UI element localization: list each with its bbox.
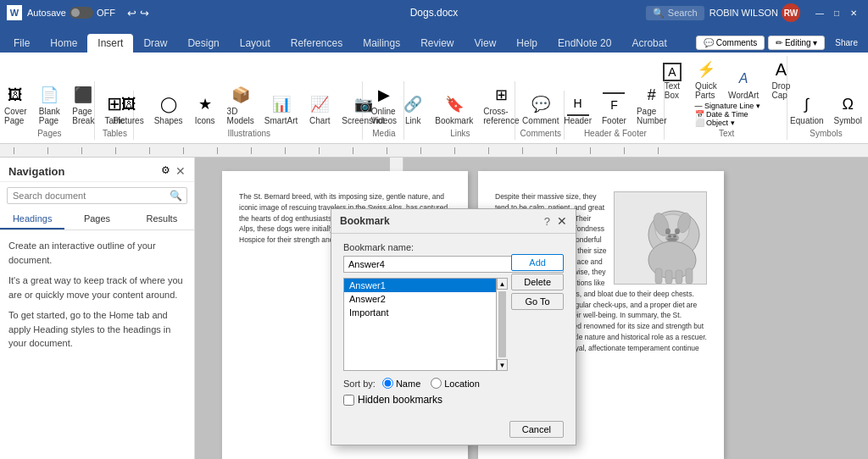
bookmark-list-item-answer1[interactable]: Answer1 (344, 279, 507, 292)
pictures-button[interactable]: 🖼 Pictures (110, 91, 147, 127)
bookmark-button[interactable]: 🔖 Bookmark (431, 91, 476, 127)
cancel-button[interactable]: Cancel (509, 421, 564, 438)
nav-tab-headings[interactable]: Headings (0, 209, 64, 230)
nav-header: Navigation ⚙ ✕ (0, 158, 194, 182)
header-icon: H (567, 92, 589, 116)
share-button[interactable]: Share (828, 36, 865, 49)
scrollbar-up-button[interactable]: ▲ (497, 278, 508, 290)
tab-design[interactable]: Design (177, 34, 229, 53)
drop-cap-icon: A (769, 58, 793, 81)
page-break-button[interactable]: ⬛ PageBreak (68, 81, 98, 127)
quick-parts-button[interactable]: ⚡ QuickParts (691, 56, 721, 102)
hidden-bookmarks-checkbox-label[interactable]: Hidden bookmarks (343, 394, 564, 406)
nav-close-button[interactable]: ✕ (175, 164, 186, 178)
scrollbar-thumb[interactable] (498, 291, 506, 357)
page-number-label: PageNumber (637, 107, 667, 125)
links-group-label: Links (450, 129, 470, 138)
tab-endnote[interactable]: EndNote 20 (548, 34, 621, 53)
illustrations-items: 🖼 Pictures ◯ Shapes ★ Icons 📦 3DModels 📊 (110, 81, 388, 127)
autosave-label: Autosave (27, 8, 66, 18)
tab-view[interactable]: View (465, 34, 507, 53)
object-button[interactable]: ⬜ Object ▾ (695, 119, 760, 127)
sort-name-radio[interactable]: Name (382, 378, 420, 389)
title-bar-right: 🔍 Search ROBIN WILSON RW — □ ✕ (646, 3, 861, 22)
cover-page-button[interactable]: 🖼 CoverPage (0, 81, 31, 127)
minimize-button[interactable]: — (812, 5, 827, 20)
tab-help[interactable]: Help (506, 34, 548, 53)
date-time-button[interactable]: 📅 Date & Time (695, 110, 760, 119)
ruler-marks (14, 147, 665, 154)
tab-mailings[interactable]: Mailings (353, 34, 410, 53)
search-bar[interactable]: 🔍 Search (646, 6, 704, 20)
header-button[interactable]: H Header (560, 91, 595, 127)
footer-button[interactable]: F Footer (598, 91, 630, 127)
undo-icon[interactable]: ↩ (127, 7, 136, 19)
3d-models-button[interactable]: 📦 3DModels (224, 81, 258, 127)
nav-tab-pages[interactable]: Pages (64, 209, 129, 230)
page-break-icon: ⬛ (71, 83, 95, 107)
tab-review[interactable]: Review (410, 34, 464, 53)
chart-button[interactable]: 📈 Chart (304, 91, 335, 127)
go-to-button[interactable]: Go To (511, 293, 564, 310)
tables-group-label: Tables (103, 129, 127, 138)
tab-acrobat[interactable]: Acrobat (621, 34, 676, 53)
nav-settings-icon[interactable]: ⚙ (161, 164, 170, 178)
cross-reference-button[interactable]: ⊞ Cross-reference (480, 81, 522, 127)
nav-tab-results[interactable]: Results (130, 209, 194, 230)
close-button[interactable]: ✕ (846, 5, 861, 20)
3d-models-label: 3DModels (227, 107, 254, 125)
comments-button[interactable]: 💬 Comments (696, 36, 765, 50)
dialog-close-button[interactable]: ✕ (557, 214, 567, 228)
delete-button[interactable]: Delete (511, 274, 564, 290)
text-group-label: Text (719, 129, 734, 138)
bookmark-list-item-important[interactable]: Important (344, 306, 507, 319)
symbol-button[interactable]: Ω Symbol (831, 91, 865, 127)
smartart-button[interactable]: 📊 SmartArt (261, 91, 301, 127)
tab-home[interactable]: Home (40, 34, 87, 53)
help-icon[interactable]: ? (544, 215, 550, 228)
pages-items: 🖼 CoverPage 📄 BlankPage ⬛ PageBreak (0, 81, 98, 127)
tab-references[interactable]: References (281, 34, 353, 53)
shapes-button[interactable]: ◯ Shapes (151, 91, 186, 127)
redo-icon[interactable]: ↪ (140, 7, 149, 19)
sort-location-radio[interactable]: Location (431, 378, 480, 389)
links-items: 🔗 Link 🔖 Bookmark ⊞ Cross-reference (398, 81, 522, 127)
comment-button[interactable]: 💬 Comment (519, 91, 562, 127)
ribbon-right-btns: 💬 Comments ✏ Editing ▾ Share (696, 36, 865, 53)
wordart-icon: A (732, 67, 755, 91)
tab-draw[interactable]: Draw (133, 34, 177, 53)
ribbon-group-illustrations: 🖼 Pictures ◯ Shapes ★ Icons 📦 3DModels 📊 (136, 81, 363, 140)
cross-reference-label: Cross-reference (483, 107, 519, 125)
shapes-icon: ◯ (157, 92, 181, 116)
user-info: ROBIN WILSON RW (709, 3, 800, 22)
sort-location-input[interactable] (431, 378, 442, 389)
editing-button[interactable]: ✏ Editing ▾ (768, 36, 825, 50)
bookmark-list[interactable]: Answer1 Answer2 Important (343, 278, 508, 371)
blank-page-button[interactable]: 📄 BlankPage (34, 81, 64, 127)
nav-search-input[interactable] (7, 187, 187, 204)
tab-file[interactable]: File (3, 34, 40, 53)
textbox-button[interactable]: A TextBox (657, 61, 687, 102)
maximize-button[interactable]: □ (829, 5, 844, 20)
symbols-items: ∫ Equation Ω Symbol (787, 91, 865, 127)
hidden-bookmarks-checkbox[interactable] (343, 395, 354, 406)
signature-line-button[interactable]: — Signature Line ▾ (695, 102, 760, 110)
tab-insert[interactable]: Insert (87, 34, 133, 53)
svg-rect-13 (686, 268, 693, 284)
horizontal-ruler (0, 144, 868, 158)
add-button[interactable]: Add (511, 254, 564, 271)
dialog-action-buttons: Add Delete Go To (511, 254, 564, 310)
page-break-label: PageBreak (72, 107, 94, 125)
autosave-toggle[interactable] (70, 7, 93, 19)
bookmark-list-item-answer2[interactable]: Answer2 (344, 292, 507, 306)
wordart-button[interactable]: A WordArt (725, 65, 763, 102)
equation-button[interactable]: ∫ Equation (787, 91, 826, 127)
scrollbar-down-button[interactable]: ▼ (497, 359, 508, 371)
smartart-icon: 📊 (270, 92, 293, 116)
link-button[interactable]: 🔗 Link (398, 91, 428, 127)
icons-button[interactable]: ★ Icons (190, 91, 220, 127)
online-videos-button[interactable]: ▶ OnlineVideos (368, 81, 400, 127)
ribbon-group-links: 🔗 Link 🔖 Bookmark ⊞ Cross-reference Link… (406, 81, 516, 140)
sort-name-input[interactable] (382, 378, 393, 389)
tab-layout[interactable]: Layout (230, 34, 281, 53)
